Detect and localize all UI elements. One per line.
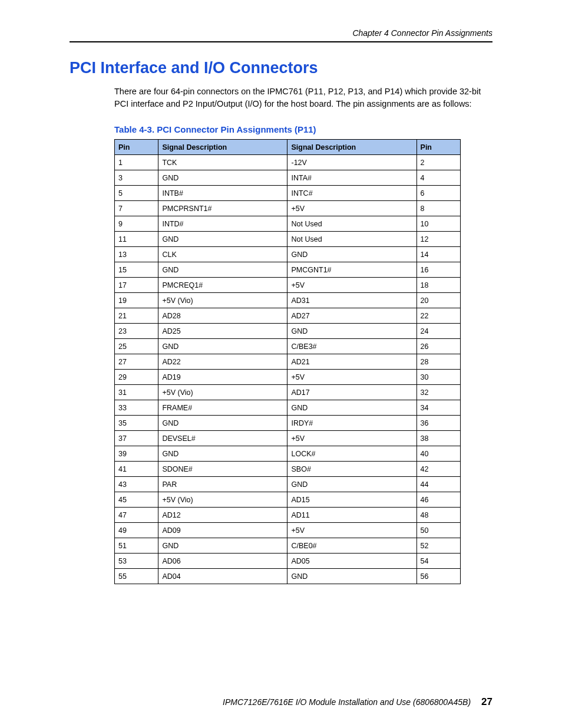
cell-sig_b: +5V [287,370,416,385]
page-footer: IPMC7126E/7616E I/O Module Installation … [70,696,492,708]
cell-pin_a: 41 [115,462,158,477]
table-row: 35GNDIRDY#36 [115,416,461,431]
cell-sig_b: GND [287,477,416,492]
cell-sig_a: GND [158,538,287,554]
th-sig-a: Signal Description [158,140,287,155]
cell-sig_b: SBO# [287,462,416,477]
section-title: PCI Interface and I/O Connectors [70,59,492,77]
table-row: 37DEVSEL#+5V38 [115,431,461,446]
cell-pin_b: 2 [416,155,460,170]
cell-pin_a: 45 [115,492,158,508]
cell-pin_a: 3 [115,170,158,186]
cell-pin_a: 5 [115,186,158,201]
cell-sig_a: AD25 [158,324,287,339]
cell-pin_b: 36 [416,416,460,431]
table-row: 53AD06AD0554 [115,554,461,569]
table-row: 43PARGND44 [115,477,461,492]
cell-sig_b: +5V [287,431,416,446]
cell-sig_b: Not Used [287,216,416,232]
table-row: 55AD04GND56 [115,569,461,584]
page: Chapter 4 Connector Pin Assignments PCI … [0,0,562,728]
table-row: 23AD25GND24 [115,324,461,339]
section-intro: There are four 64-pin connectors on the … [70,85,492,110]
cell-pin_a: 51 [115,538,158,554]
cell-pin_a: 25 [115,339,158,354]
cell-pin_b: 30 [416,370,460,385]
cell-pin_a: 33 [115,400,158,416]
cell-sig_b: -12V [287,155,416,170]
cell-pin_a: 31 [115,385,158,400]
cell-sig_b: AD17 [287,385,416,400]
cell-sig_a: AD06 [158,554,287,569]
cell-sig_a: INTB# [158,186,287,201]
footer-page-number: 27 [481,696,492,708]
cell-pin_b: 8 [416,201,460,216]
cell-pin_b: 22 [416,308,460,324]
table-row: 13CLKGND14 [115,247,461,262]
cell-pin_b: 26 [416,339,460,354]
cell-pin_b: 46 [416,492,460,508]
cell-pin_b: 54 [416,554,460,569]
cell-pin_a: 55 [115,569,158,584]
table-row: 29AD19+5V30 [115,370,461,385]
cell-sig_b: AD15 [287,492,416,508]
table-row: 9INTD#Not Used10 [115,216,461,232]
table-row: 7PMCPRSNT1#+5V8 [115,201,461,216]
cell-sig_a: CLK [158,247,287,262]
cell-pin_b: 4 [416,170,460,186]
cell-pin_b: 32 [416,385,460,400]
cell-sig_a: GND [158,262,287,278]
cell-sig_b: INTC# [287,186,416,201]
cell-sig_b: AD21 [287,354,416,370]
table-row: 41SDONE#SBO#42 [115,462,461,477]
cell-pin_b: 14 [416,247,460,262]
cell-sig_a: AD04 [158,569,287,584]
header-rule [70,41,492,42]
cell-pin_b: 44 [416,477,460,492]
cell-sig_a: AD28 [158,308,287,324]
cell-pin_a: 49 [115,523,158,538]
table-row: 15GNDPMCGNT1#16 [115,262,461,278]
cell-pin_a: 13 [115,247,158,262]
cell-pin_a: 9 [115,216,158,232]
cell-sig_a: +5V (Vio) [158,293,287,308]
cell-sig_a: INTD# [158,216,287,232]
cell-pin_a: 47 [115,508,158,523]
table-row: 45+5V (Vio)AD1546 [115,492,461,508]
cell-pin_b: 6 [416,186,460,201]
th-pin-b: Pin [416,140,460,155]
cell-pin_a: 29 [115,370,158,385]
cell-sig_a: GND [158,416,287,431]
cell-sig_b: +5V [287,201,416,216]
cell-pin_a: 43 [115,477,158,492]
cell-sig_a: GND [158,232,287,247]
cell-pin_a: 37 [115,431,158,446]
cell-sig_a: GND [158,446,287,462]
cell-sig_b: C/BE3# [287,339,416,354]
cell-sig_a: GND [158,339,287,354]
cell-pin_a: 27 [115,354,158,370]
table-row: 19+5V (Vio)AD3120 [115,293,461,308]
cell-pin_a: 15 [115,262,158,278]
table-row: 11GNDNot Used12 [115,232,461,247]
th-pin-a: Pin [115,140,158,155]
cell-sig_b: AD05 [287,554,416,569]
cell-sig_a: GND [158,170,287,186]
cell-pin_b: 48 [416,508,460,523]
cell-pin_a: 53 [115,554,158,569]
cell-pin_b: 40 [416,446,460,462]
cell-sig_a: TCK [158,155,287,170]
cell-pin_a: 19 [115,293,158,308]
cell-sig_b: AD31 [287,293,416,308]
cell-sig_b: +5V [287,278,416,293]
table-row: 17PMCREQ1#+5V18 [115,278,461,293]
cell-sig_b: IRDY# [287,416,416,431]
cell-sig_b: GND [287,247,416,262]
cell-pin_b: 34 [416,400,460,416]
cell-pin_a: 11 [115,232,158,247]
cell-sig_a: AD19 [158,370,287,385]
table-row: 49AD09+5V50 [115,523,461,538]
cell-sig_b: Not Used [287,232,416,247]
table-row: 47AD12AD1148 [115,508,461,523]
cell-sig_a: AD09 [158,523,287,538]
